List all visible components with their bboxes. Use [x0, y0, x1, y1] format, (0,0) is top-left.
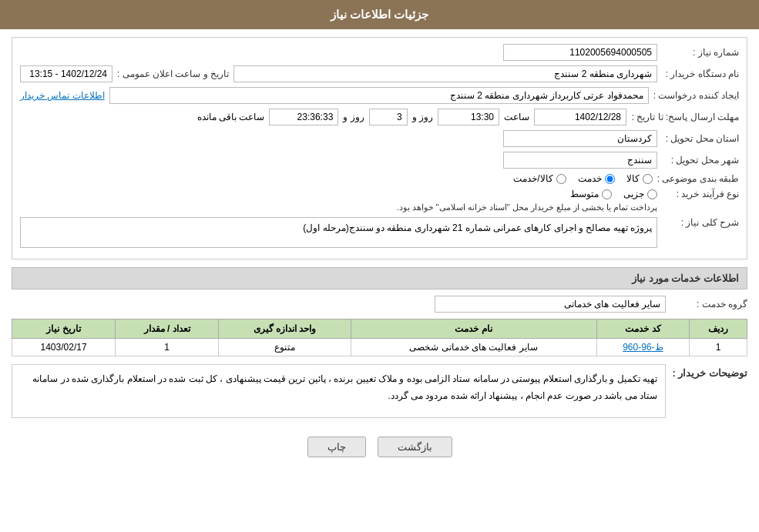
- remaining-label: ساعت باقی مانده: [197, 112, 265, 122]
- col-unit: واحد اندازه گیری: [219, 320, 351, 339]
- date-label: تاریخ و ساعت اعلان عمومی :: [117, 69, 229, 79]
- back-button[interactable]: بازگشت: [378, 437, 452, 457]
- purchase-type-note: پرداخت تمام یا بخشی از مبلغ خریدار محل "…: [396, 202, 657, 212]
- service-group-label: گروه خدمت :: [670, 299, 747, 309]
- category-radio-group: کالا خدمت کالا/خدمت: [513, 173, 652, 184]
- purchase-type-jozii[interactable]: جزیی: [623, 189, 657, 199]
- cell-service-name: سایر فعالیت های خدماتی شخصی: [351, 339, 596, 356]
- col-quantity: تعداد / مقدار: [116, 320, 219, 339]
- reference-number-value: 1102005694000505: [503, 44, 657, 61]
- cell-service-code[interactable]: ط-96-960: [596, 339, 690, 356]
- city-value: سنندج: [503, 152, 657, 169]
- purchase-type-motavasset[interactable]: متوسط: [570, 189, 612, 199]
- deadline-date: 1402/12/28: [534, 109, 626, 125]
- cell-date-needed: 1403/02/17: [12, 339, 116, 356]
- cell-row-num: 1: [690, 339, 747, 356]
- province-value: کردستان: [503, 130, 657, 147]
- col-service-code: کد خدمت: [596, 320, 690, 339]
- bottom-buttons: بازگشت چاپ: [12, 429, 747, 465]
- reference-number-label: شماره نیاز :: [662, 47, 739, 58]
- category-option-both[interactable]: کالا/خدمت: [513, 173, 566, 184]
- province-label: استان محل تحویل :: [662, 133, 739, 144]
- service-group-value: سایر فعالیت های خدماتی: [435, 296, 666, 313]
- deadline-label: مهلت ارسال پاسخ: تا تاریخ :: [631, 112, 739, 122]
- days-label: روز و: [412, 112, 433, 122]
- header-title: جزئیات اطلاعات نیاز: [331, 8, 428, 21]
- services-section-title: اطلاعات خدمات مورد نیاز: [12, 267, 747, 289]
- category-label: طبقه بندی موضوعی :: [657, 173, 739, 184]
- col-date: تاریخ نیاز: [12, 320, 116, 339]
- buyer-org-label: نام دستگاه خریدار :: [662, 69, 739, 79]
- col-row-num: ردیف: [690, 320, 747, 339]
- category-option-kala[interactable]: کالا: [626, 173, 653, 184]
- category-option-khedmat[interactable]: خدمت: [578, 173, 615, 184]
- creator-value: محمدفواد عرتی کاربرداز شهرداری منطقه 2 س…: [109, 87, 649, 104]
- deadline-time-label: ساعت: [504, 112, 529, 122]
- creator-contact-link[interactable]: اطلاعات تماس خریدار: [20, 90, 105, 101]
- description-label: شرح کلی نیاز :: [662, 217, 739, 228]
- creator-label: ایجاد کننده درخواست :: [653, 90, 739, 101]
- col-service-name: نام خدمت: [351, 320, 596, 339]
- page-header: جزئیات اطلاعات نیاز: [0, 0, 759, 29]
- purchase-type-label: نوع فرآیند خرید :: [662, 189, 739, 199]
- services-table: ردیف کد خدمت نام خدمت واحد اندازه گیری ت…: [12, 319, 747, 356]
- remaining-label-pre: روز و: [343, 112, 364, 122]
- buyer-notes-label: توضیحات خریدار :: [670, 364, 747, 379]
- deadline-remaining: 23:36:33: [269, 109, 338, 125]
- purchase-type-radio-group: جزیی متوسط: [396, 189, 657, 199]
- description-value: پروژه تهیه مصالح و اجرای کارهای عمرانی ش…: [20, 217, 657, 248]
- print-button[interactable]: چاپ: [307, 437, 366, 457]
- cell-unit: متنوع: [219, 339, 351, 356]
- buyer-org-value: شهرداری منطقه 2 سنندج: [233, 65, 657, 82]
- buyer-notes: تهیه تکمیل و بارگذاری استعلام پیوستی در …: [12, 364, 666, 418]
- date-value: 1402/12/24 - 13:15: [20, 65, 113, 82]
- cell-quantity: 1: [116, 339, 219, 356]
- deadline-days: 3: [369, 109, 408, 125]
- table-row: 1 ط-96-960 سایر فعالیت های خدماتی شخصی م…: [12, 339, 747, 356]
- deadline-time: 13:30: [438, 109, 499, 125]
- city-label: شهر محل تحویل :: [662, 155, 739, 166]
